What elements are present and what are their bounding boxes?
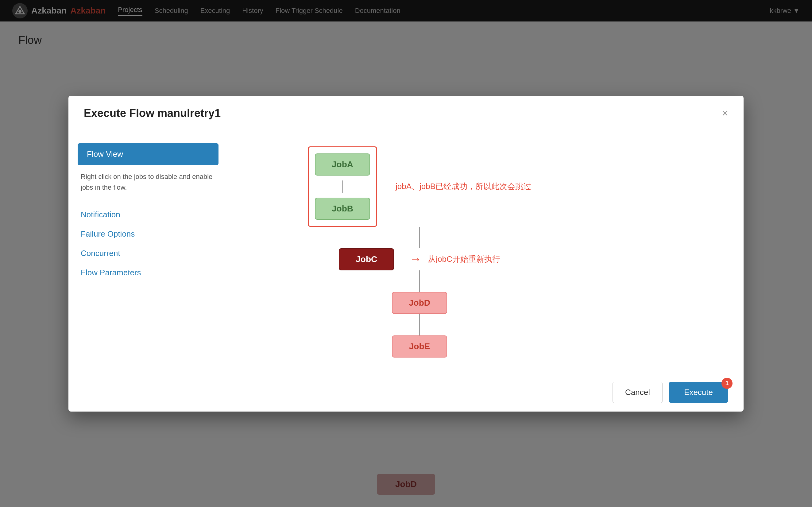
- sidebar-description: Right click on the jobs to disable and e…: [78, 171, 219, 193]
- diagram-center: JobA JobB jobA、jobB已经成功，所以此次会跳过 JobC: [308, 147, 531, 357]
- cancel-button[interactable]: Cancel: [613, 382, 662, 403]
- modal-header: Execute Flow manulretry1 ×: [68, 96, 744, 131]
- arrow-right-icon: →: [409, 252, 422, 266]
- modal-body: Flow View Right click on the jobs to dis…: [68, 131, 744, 373]
- connector-group-c: [419, 227, 420, 248]
- modal: Execute Flow manulretry1 × Flow View Rig…: [68, 96, 744, 411]
- job-d-node[interactable]: JobD: [392, 292, 447, 314]
- job-ab-group: JobA JobB: [308, 147, 377, 227]
- job-c-row: JobC → 从jobC开始重新执行: [339, 248, 500, 270]
- annotation-c-wrapper: → 从jobC开始重新执行: [409, 252, 500, 266]
- connector-ab: [342, 180, 343, 193]
- execute-button-label: Execute: [684, 388, 713, 397]
- execute-button[interactable]: Execute 1: [669, 382, 728, 403]
- job-e-node[interactable]: JobE: [392, 335, 447, 357]
- sidebar-flow-view[interactable]: Flow View: [78, 143, 219, 165]
- modal-overlay: Execute Flow manulretry1 × Flow View Rig…: [0, 0, 812, 507]
- job-a-node[interactable]: JobA: [315, 154, 370, 176]
- modal-close-button[interactable]: ×: [722, 108, 728, 119]
- modal-footer: Cancel Execute 1: [68, 373, 744, 411]
- sidebar-link-flow-parameters[interactable]: Flow Parameters: [78, 263, 219, 282]
- execute-badge: 1: [721, 378, 733, 389]
- connector-d-e: [419, 314, 420, 335]
- connector-c-d: [419, 270, 420, 292]
- job-c-node[interactable]: JobC: [339, 248, 394, 270]
- modal-sidebar: Flow View Right click on the jobs to dis…: [68, 131, 228, 373]
- annotation-ab: jobA、jobB已经成功，所以此次会跳过: [396, 181, 531, 192]
- sidebar-link-failure-options[interactable]: Failure Options: [78, 224, 219, 244]
- job-b-node[interactable]: JobB: [315, 198, 370, 220]
- modal-title: Execute Flow manulretry1: [84, 107, 221, 120]
- group-row: JobA JobB jobA、jobB已经成功，所以此次会跳过: [308, 147, 531, 227]
- sidebar-link-concurrent[interactable]: Concurrent: [78, 244, 219, 263]
- sidebar-link-notification[interactable]: Notification: [78, 205, 219, 224]
- annotation-c: 从jobC开始重新执行: [428, 254, 500, 265]
- flow-diagram: JobA JobB jobA、jobB已经成功，所以此次会跳过 JobC: [246, 147, 725, 357]
- modal-diagram-area: JobA JobB jobA、jobB已经成功，所以此次会跳过 JobC: [228, 131, 744, 373]
